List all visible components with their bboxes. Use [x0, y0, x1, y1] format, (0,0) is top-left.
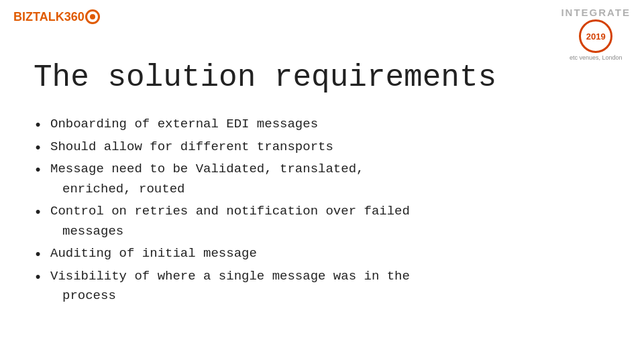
bullet-item-1: Should allow for different transports	[34, 138, 610, 157]
integrate-badge: INTEGRATE 2019 etc venues, London	[561, 7, 631, 61]
bullet-list: Onboarding of external EDI messagesShoul…	[34, 115, 610, 306]
logo-area: BIZTALK 360	[13, 9, 100, 24]
integrate-circle: 2019	[579, 19, 612, 53]
integrate-title: INTEGRATE	[561, 7, 631, 18]
logo-biztalk: BIZTALK	[13, 10, 64, 24]
bullet-item-3: enriched, routed	[34, 180, 610, 199]
logo-360: 360	[64, 10, 85, 24]
bullet-item-2: Message need to be Validated, translated…	[34, 160, 610, 179]
bullet-item-8: process	[34, 287, 610, 306]
bullet-item-7: Visibility of where a single message was…	[34, 267, 610, 286]
bullet-item-6: Auditing of initial message	[34, 245, 610, 263]
bullet-item-0: Onboarding of external EDI messages	[34, 115, 610, 134]
bullet-item-4: Control on retries and notification over…	[34, 202, 610, 221]
page-title: The solution requirements	[34, 60, 610, 95]
slide: BIZTALK 360 INTEGRATE 2019 etc venues, L…	[0, 0, 644, 362]
logo-circle-icon	[85, 9, 100, 24]
integrate-venue: etc venues, London	[561, 54, 631, 61]
bullet-item-5: messages	[34, 223, 610, 241]
integrate-year: 2019	[586, 32, 606, 41]
